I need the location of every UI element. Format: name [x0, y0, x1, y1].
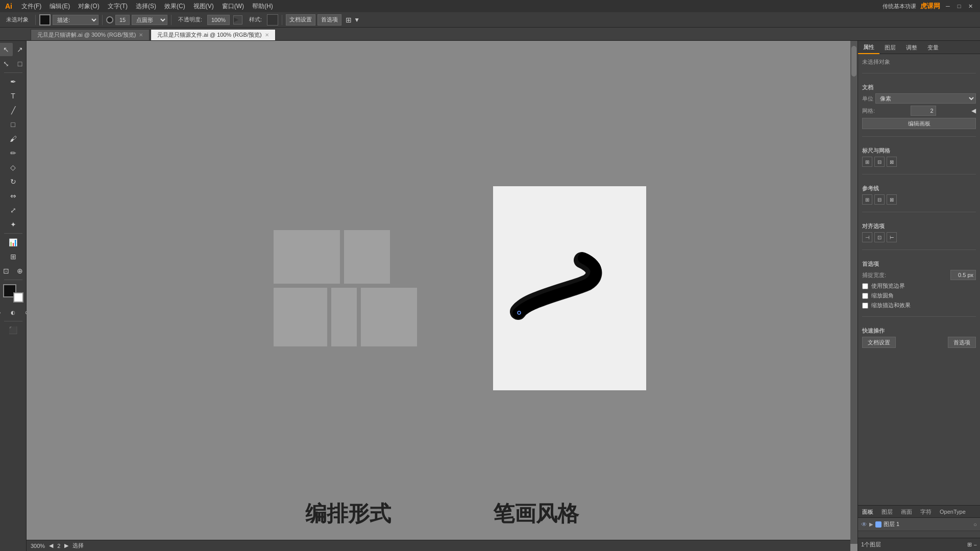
stroke-color-swatch[interactable] [39, 14, 51, 26]
menu-effect[interactable]: 效果(C) [160, 0, 189, 12]
menu-text[interactable]: 文字(T) [104, 0, 132, 12]
grid-arrow[interactable]: ◀ [971, 107, 976, 114]
menu-select[interactable]: 选择(S) [132, 0, 160, 12]
paintbrush-tool[interactable]: 🖌 [7, 132, 20, 145]
minimize-button[interactable]: ─ [944, 3, 951, 10]
scale-tool[interactable]: ⤢ [7, 204, 20, 217]
layer-visibility-icon[interactable]: 👁 [861, 521, 867, 528]
color-boxes[interactable] [3, 284, 23, 303]
ruler-icon-3[interactable]: ⊠ [887, 157, 897, 167]
artboard-add-icon[interactable]: ⊞ [967, 541, 972, 548]
background-color[interactable] [13, 292, 23, 303]
menu-object[interactable]: 对象(O) [74, 0, 103, 12]
sep-align [862, 212, 976, 212]
layer-tab-opentype[interactable]: OpenType [936, 506, 970, 518]
snap-input[interactable] [950, 270, 976, 280]
grid-input[interactable] [911, 106, 936, 116]
zoom-level: 300% [31, 543, 45, 549]
scale-stroke-checkbox[interactable] [862, 303, 868, 309]
left-tools-panel: ↖ ↗ ⤡ □ ✒ T ╱ □ 🖌 ✏ ◇ ↻ ⇔ ⤢ ✦ 📊 ⊞ ⊡ ⊕ [0, 41, 27, 551]
stroke-shape-select[interactable]: 点圆形 [132, 15, 167, 25]
unit-row: 单位 像素 [862, 93, 976, 104]
quick-prefs-button[interactable]: 首选项 [948, 337, 976, 348]
eraser-tool[interactable]: ◇ [7, 161, 20, 174]
tab-0[interactable]: 元旦是只猫讲解.ai @ 300% (RGB/预览) ✕ [31, 29, 150, 40]
bottom-status-bar: 300% ◀ 2 ▶ 选择 [27, 540, 850, 551]
ruler-icon-2[interactable]: ⊟ [874, 157, 885, 167]
use-preview-checkbox[interactable] [862, 283, 868, 289]
puppet-tool[interactable]: ✦ [7, 218, 20, 231]
menu-window[interactable]: 窗口(W) [218, 0, 248, 12]
ref-icon-3[interactable]: ⊠ [887, 194, 897, 205]
align-icon-3[interactable]: ⊢ [887, 232, 897, 242]
color-mode-btn[interactable]: ● [0, 306, 6, 319]
quick-doc-settings-button[interactable]: 文档设置 [862, 337, 896, 348]
layer-lock-icon[interactable]: ○ [973, 521, 977, 528]
close-button[interactable]: ✕ [967, 3, 974, 10]
menu-edit[interactable]: 编辑(E) [45, 0, 74, 12]
canvas-area[interactable]: 编排形式 笔画风格 300% ◀ 2 ▶ 选择 [27, 41, 857, 551]
layer-expand-icon[interactable]: ▶ [869, 521, 873, 527]
rect-tool[interactable]: □ [7, 118, 20, 131]
layer-tab-panel[interactable]: 面板 [858, 506, 877, 518]
layer-tab-layers[interactable]: 图层 [877, 506, 897, 518]
pen-tool[interactable]: ✒ [7, 75, 20, 88]
artboard-tool[interactable]: ⊞ [7, 250, 20, 263]
stroke-size-input[interactable] [115, 15, 130, 25]
opacity-input[interactable] [207, 15, 230, 25]
opacity-arrow[interactable]: ▶ [233, 15, 242, 24]
zoom-tool[interactable]: ⊕ [13, 264, 27, 278]
slice-tool[interactable]: ⊡ [0, 264, 13, 278]
layer-1-row[interactable]: 👁 ▶ 图层 1 ○ [858, 518, 980, 531]
bottom-nav-next[interactable]: ▶ [64, 542, 68, 549]
page-tool[interactable]: □ [13, 57, 27, 70]
reflect-tool[interactable]: ⇔ [7, 189, 20, 203]
ref-icon-2[interactable]: ⊟ [874, 194, 885, 205]
brush-type-select[interactable]: 描述: [53, 15, 99, 25]
gradient-mode-btn[interactable]: ◐ [7, 306, 20, 319]
tab-0-close[interactable]: ✕ [139, 32, 143, 38]
bottom-nav-prev[interactable]: ◀ [49, 542, 53, 549]
graph-tool[interactable]: 📊 [7, 236, 20, 249]
rpanel-tab-props[interactable]: 属性 [858, 41, 879, 54]
vertical-scrollbar[interactable] [850, 41, 857, 544]
toolbar-more-icon[interactable]: ▼ [354, 16, 360, 23]
screen-mode-btn[interactable]: ⬛ [7, 323, 20, 337]
edit-artboard-button[interactable]: 编辑画板 [862, 118, 976, 129]
direct-select-tool[interactable]: ↗ [13, 43, 27, 56]
artboard-remove-icon[interactable]: − [974, 542, 977, 548]
rpanel-tab-vars[interactable]: 变量 [922, 41, 944, 54]
sep-refs [862, 174, 976, 174]
maximize-button[interactable]: □ [955, 3, 963, 10]
ref-icon-1[interactable]: ⊞ [862, 194, 872, 205]
toolbar-arrow-icon[interactable]: ⊞ [346, 16, 352, 24]
layer-tab-canvas[interactable]: 画面 [897, 506, 916, 518]
unit-select[interactable]: 像素 [875, 93, 976, 104]
use-preview-label: 使用预览边界 [871, 282, 905, 290]
select-tool[interactable]: ↖ [0, 43, 13, 56]
tab-1[interactable]: 元旦是只猫源文件.ai @ 100% (RGB/预览) ✕ [151, 29, 275, 40]
layer-tab-char[interactable]: 字符 [916, 506, 936, 518]
type-tool[interactable]: T [7, 89, 20, 103]
pencil-tool[interactable]: ✏ [7, 146, 20, 160]
style-swatch[interactable] [267, 14, 278, 26]
scale-corners-checkbox[interactable] [862, 293, 868, 299]
menu-file[interactable]: 文件(F) [17, 0, 45, 12]
menu-help[interactable]: 帮助(H) [248, 0, 277, 12]
unit-label: 单位 [862, 95, 873, 103]
align-icon-2[interactable]: ⊡ [874, 232, 885, 242]
no-selection-section: 未选择对象 [862, 58, 976, 66]
menu-bar: Ai 文件(F) 编辑(E) 对象(O) 文字(T) 选择(S) 效果(C) 视… [0, 0, 980, 12]
tab-1-close[interactable]: ✕ [265, 32, 269, 38]
line-tool[interactable]: ╱ [7, 104, 20, 117]
doc-settings-button[interactable]: 文档设置 [286, 14, 315, 26]
warp-tool[interactable]: ⤡ [0, 57, 13, 70]
rpanel-tab-adjust[interactable]: 调整 [901, 41, 922, 54]
rotate-tool[interactable]: ↻ [7, 175, 20, 188]
preferences-button[interactable]: 首选项 [317, 14, 341, 26]
sep-rulers [862, 136, 976, 137]
rpanel-tab-layers[interactable]: 图层 [879, 41, 901, 54]
align-icon-1[interactable]: ⊣ [862, 232, 872, 242]
menu-view[interactable]: 视图(V) [189, 0, 218, 12]
ruler-icon-1[interactable]: ⊞ [862, 157, 872, 167]
